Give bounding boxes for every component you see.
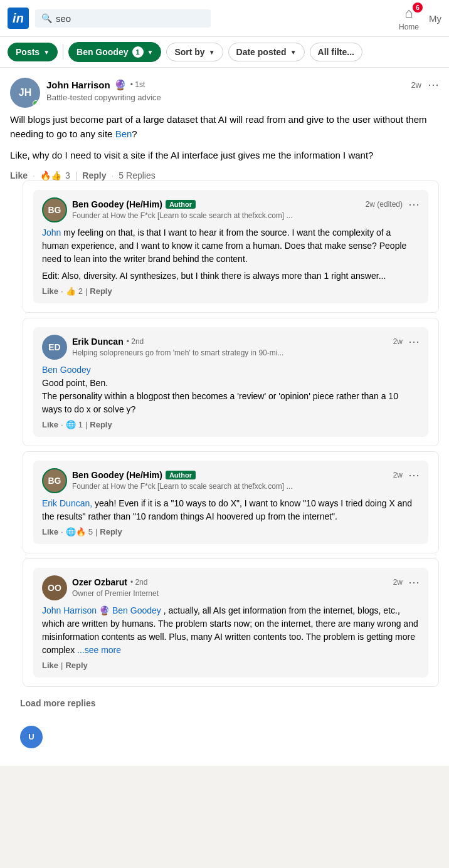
post-author-avatar: JH [10, 78, 40, 108]
search-bar[interactable]: 🔍 seo [35, 9, 211, 28]
ben-goodey-label: Ben Goodey [77, 47, 128, 57]
action-sep3: · [111, 170, 114, 180]
my-nav-label[interactable]: My [429, 13, 441, 24]
comment-2-text-body: Good point, Ben.The personality within a… [42, 378, 398, 414]
like-btn[interactable]: Like [10, 170, 28, 180]
comment-4-more-btn[interactable]: ⋯ [408, 575, 420, 589]
comment-2-author: Erik Duncan [72, 337, 124, 347]
comment-2-more-btn[interactable]: ⋯ [408, 335, 420, 348]
comment-1-sep2: | [85, 286, 87, 296]
comment-3-more-btn[interactable]: ⋯ [408, 468, 420, 482]
comment-4-mention2[interactable]: Ben Goodey [112, 605, 161, 615]
comment-2-reaction-icons: 🌐 [66, 420, 76, 429]
comment-2-connection: • 2nd [127, 337, 144, 346]
comment-3-sep: · [61, 527, 63, 536]
post-text-question: ? [132, 128, 137, 139]
comment-1-author-badge: Author [166, 200, 196, 209]
posts-filter-btn[interactable]: Posts ▼ [8, 43, 58, 61]
post-text-part1: Will blogs just become part of a large d… [10, 114, 427, 139]
comment-2-text: Ben Goodey Good point, Ben.The personali… [42, 363, 420, 416]
comment-4-header: OO Ozer Ozbarut • 2nd 2w ⋯ Owner of Prem… [42, 575, 420, 600]
comment-1-text: John my feeling on that, is that I want … [42, 226, 420, 266]
comment-1-reaction-icons: 👍 [66, 286, 76, 296]
comment-4-see-more[interactable]: ...see more [77, 645, 121, 655]
comment-3-author: Ben Goodey (He/Him) [72, 470, 162, 480]
comment-4: OO Ozer Ozbarut • 2nd 2w ⋯ Owner of Prem… [23, 558, 439, 687]
home-nav[interactable]: ⌂ 6 Home [399, 5, 419, 31]
header: in 🔍 seo ⌂ 6 Home My [0, 0, 449, 37]
comment-4-meta: Ozer Ozbarut • 2nd 2w ⋯ Owner of Premier… [72, 575, 420, 598]
post-name-row: John Harrison 🔮 • 1st 2w ⋯ [46, 78, 439, 92]
comment-1-actions: Like · 👍 2 | Reply [42, 286, 420, 296]
comment-2-reply-btn[interactable]: Reply [90, 420, 112, 429]
comment-3-avatar: BG [42, 468, 67, 493]
home-icon: ⌂ [404, 5, 413, 21]
comment-1-like-btn[interactable]: Like [42, 286, 58, 296]
reply-btn[interactable]: Reply [82, 170, 106, 180]
ben-goodey-filter-btn[interactable]: Ben Goodey 1 ▼ [68, 42, 161, 62]
linkedin-logo[interactable]: in [8, 8, 29, 29]
date-posted-filter-btn[interactable]: Date posted ▼ [228, 43, 305, 61]
load-more-replies-btn[interactable]: Load more replies [10, 692, 106, 718]
comment-2-inner: ED Erik Duncan • 2nd 2w ⋯ Helping solopr… [33, 327, 428, 437]
post-text-2-content: Like, why do I need to visit a site if t… [10, 150, 373, 160]
comment-4-like-btn[interactable]: Like [42, 661, 58, 670]
comment-4-time: 2w [393, 578, 403, 587]
comment-3-meta: Ben Goodey (He/Him) Author 2w ⋯ Founder … [72, 468, 420, 491]
comment-2-meta: Erik Duncan • 2nd 2w ⋯ Helping soloprene… [72, 335, 420, 357]
post-mention-ben[interactable]: Ben [115, 128, 132, 139]
date-posted-label: Date posted [236, 47, 287, 57]
comment-2-header: ED Erik Duncan • 2nd 2w ⋯ Helping solopr… [42, 335, 420, 360]
comment-3-sep2: | [95, 527, 97, 536]
post-text-2: Like, why do I need to visit a site if t… [10, 149, 439, 163]
replies-count[interactable]: 5 Replies [119, 170, 155, 180]
comment-3-name-row: Ben Goodey (He/Him) Author 2w ⋯ [72, 468, 420, 482]
comment-3-reaction-icons: 🌐🔥 [66, 527, 86, 536]
comment-1-text-body: my feeling on that, is that I want to he… [42, 227, 406, 264]
comment-4-connection: • 2nd [130, 578, 148, 587]
post-header: JH John Harrison 🔮 • 1st 2w ⋯ Battle-tes… [10, 78, 439, 108]
comment-4-actions: Like | Reply [42, 661, 420, 670]
comment-2-avatar: ED [42, 335, 67, 360]
filter-divider [63, 44, 63, 60]
comment-1-inner: BG Ben Goodey (He/Him) Author 2w (edited… [33, 190, 428, 303]
comment-1-sep: · [61, 286, 63, 296]
current-user-avatar: U [20, 726, 43, 748]
comment-3-author-badge: Author [166, 471, 196, 479]
comment-4-subtitle: Owner of Premier Internet [72, 589, 420, 598]
search-input-value: seo [56, 13, 71, 24]
comment-2-mention[interactable]: Ben Goodey [42, 365, 91, 375]
action-sep2: | [75, 170, 78, 180]
comment-2-like-btn[interactable]: Like [42, 420, 58, 429]
comment-4-reply-btn[interactable]: Reply [65, 661, 87, 670]
comment-1-reaction-count: 2 [78, 286, 83, 296]
filter-bar: Posts ▼ Ben Goodey 1 ▼ Sort by ▼ Date po… [0, 37, 449, 68]
comment-3-reaction-count: 5 [88, 527, 93, 536]
comment-4-text: John Harrison 🔮 Ben Goodey , actually, a… [42, 604, 420, 657]
post-actions: Like · 🔥👍 3 | Reply · 5 Replies [10, 170, 439, 180]
comment-1-edit-note: Edit: Also, diversity. AI synthesizes, b… [42, 269, 420, 283]
reaction-count: 3 [65, 170, 70, 180]
comment-3-reply-btn[interactable]: Reply [100, 527, 122, 536]
comment-2-subtitle: Helping solopreneurs go from 'meh' to sm… [72, 348, 420, 357]
post-text: Will blogs just become part of a large d… [10, 113, 439, 141]
comment-3-like-btn[interactable]: Like [42, 527, 58, 536]
comment-1-subtitle: Founder at How the F*ck [Learn to scale … [72, 211, 420, 220]
comment-4-author: Ozer Ozbarut [72, 577, 127, 587]
comment-4-mention1-badge: 🔮 [99, 605, 112, 615]
all-filters-btn[interactable]: All filte... [310, 43, 362, 61]
comment-2-name-row: Erik Duncan • 2nd 2w ⋯ [72, 335, 420, 348]
comment-1-more-btn[interactable]: ⋯ [408, 197, 420, 211]
comment-3-mention[interactable]: Erik Duncan, [42, 498, 92, 508]
sort-by-filter-btn[interactable]: Sort by ▼ [166, 43, 223, 61]
comment-1-mention[interactable]: John [42, 227, 61, 238]
main-content: JH John Harrison 🔮 • 1st 2w ⋯ Battle-tes… [0, 68, 449, 766]
post-more-btn[interactable]: ⋯ [428, 78, 439, 92]
comment-2-sep: · [61, 420, 63, 429]
connection-badge: • 1st [130, 80, 145, 89]
comment-2: ED Erik Duncan • 2nd 2w ⋯ Helping solopr… [23, 318, 439, 446]
all-filters-label: All filte... [318, 47, 354, 57]
header-right: ⌂ 6 Home My [399, 5, 441, 31]
comment-4-mention1[interactable]: John Harrison [42, 605, 97, 615]
comment-1-reply-btn[interactable]: Reply [90, 286, 112, 296]
